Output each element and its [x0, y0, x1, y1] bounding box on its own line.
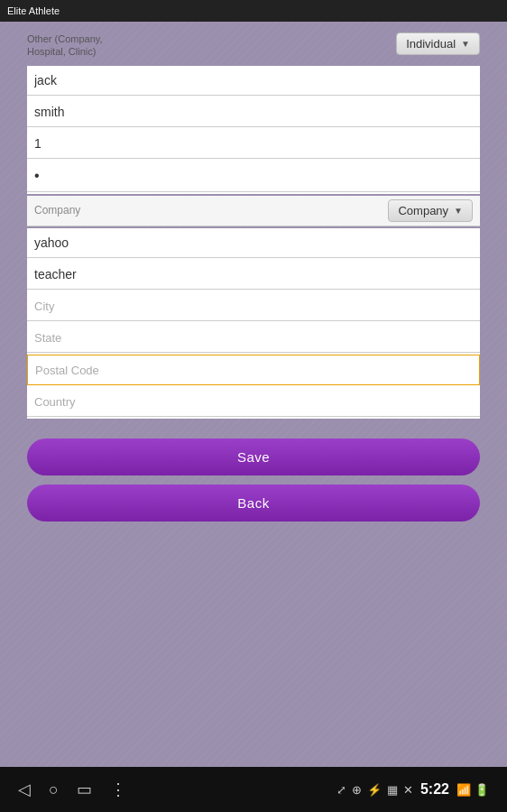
company-dropdown[interactable]: Company ▼	[388, 199, 473, 222]
app-title: Elite Athlete	[7, 5, 60, 16]
company-row: Company Company ▼	[27, 196, 480, 226]
password-input[interactable]	[27, 161, 480, 192]
occupation-input[interactable]	[27, 260, 480, 290]
company-dropdown-arrow: ▼	[454, 206, 463, 216]
wifi-icon: 📶	[456, 783, 471, 797]
company-dropdown-value: Company	[398, 204, 448, 217]
battery-icon: 🔋	[475, 783, 489, 797]
status-icons: ⤢ ⊕ ⚡ ▦ ✕	[336, 783, 413, 797]
fields-block-2	[27, 228, 480, 419]
nav-icons-right: ⤢ ⊕ ⚡ ▦ ✕ 5:22 📶 🔋	[336, 781, 489, 798]
main-content: Other (Company, Hospital, Clinic) Indivi…	[0, 22, 507, 767]
city-input[interactable]	[27, 291, 480, 321]
recent-nav-icon[interactable]: ▭	[77, 780, 92, 799]
back-button[interactable]: Back	[27, 484, 480, 521]
field3-input[interactable]	[27, 129, 480, 159]
top-row: Other (Company, Hospital, Clinic) Indivi…	[27, 32, 480, 59]
other-label: Other (Company, Hospital, Clinic)	[27, 32, 135, 59]
fullscreen-icon: ⤢	[336, 783, 346, 797]
time-display: 5:22	[420, 781, 449, 798]
back-nav-icon[interactable]: ◁	[18, 780, 31, 799]
individual-dropdown-value: Individual	[406, 37, 456, 51]
fields-block-1	[27, 66, 480, 194]
last-name-input[interactable]	[27, 97, 480, 127]
menu-nav-icon[interactable]: ⋮	[110, 780, 126, 799]
company-label: Company	[34, 204, 80, 217]
usb-icon: ⚡	[367, 783, 382, 797]
postal-code-input[interactable]	[27, 355, 480, 385]
individual-dropdown-arrow: ▼	[461, 39, 470, 49]
title-bar: Elite Athlete	[0, 0, 507, 22]
first-name-input[interactable]	[27, 66, 480, 96]
battery-signal: 📶 🔋	[456, 783, 489, 797]
photo-icon: ▦	[387, 783, 398, 797]
save-button[interactable]: Save	[27, 438, 480, 475]
nav-icons-left: ◁ ○ ▭ ⋮	[18, 780, 126, 799]
individual-dropdown[interactable]: Individual ▼	[396, 32, 480, 55]
country-input[interactable]	[27, 387, 480, 417]
home-nav-icon[interactable]: ○	[49, 780, 59, 799]
device-icon: ⊕	[352, 783, 362, 797]
nav-bar: ◁ ○ ▭ ⋮ ⤢ ⊕ ⚡ ▦ ✕ 5:22 📶 🔋	[0, 767, 507, 812]
email-input[interactable]	[27, 228, 480, 258]
signal-icon: ✕	[403, 783, 413, 797]
state-input[interactable]	[27, 323, 480, 353]
